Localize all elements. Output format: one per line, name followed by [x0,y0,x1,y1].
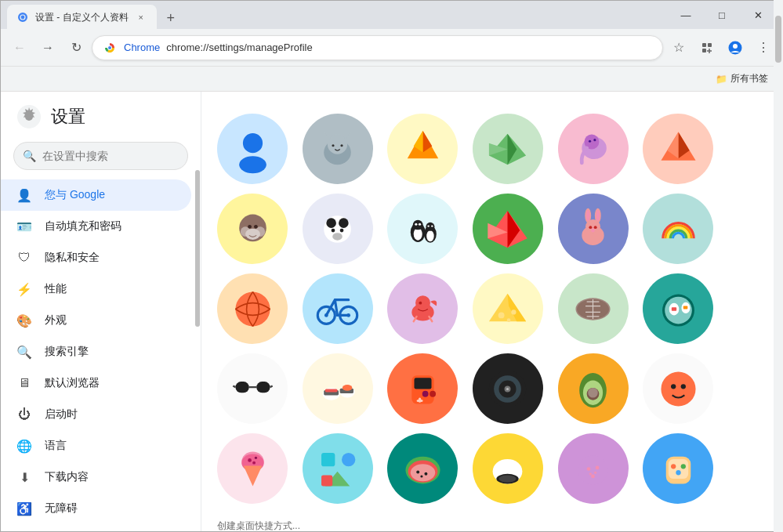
sidebar-item-performance[interactable]: ⚡ 性能 [1,273,191,305]
avatar-elephant[interactable] [558,114,629,184]
svg-point-97 [430,390,436,396]
sidebar-item-accessibility[interactable]: ♿ 无障碍 [1,493,191,524]
svg-point-52 [427,225,429,226]
avatar-origami-bird2[interactable] [473,194,543,264]
avatar-monkey[interactable] [217,194,288,264]
svg-point-65 [591,228,595,232]
avatar-face[interactable] [643,353,713,424]
sidebar-item-browser[interactable]: 🖥 默认浏览器 [1,367,191,399]
back-button[interactable]: ← [7,35,32,60]
avatar-vinyl[interactable] [473,353,543,424]
sidebar-item-appearance[interactable]: 🎨 外观 [1,305,191,336]
new-tab-button[interactable]: + [160,7,182,29]
avatar-bird[interactable] [387,273,458,344]
avatar-bike[interactable] [303,273,373,344]
toolbar: ← → ↻ Chrome chrome://settings/managePro… [1,29,782,67]
svg-point-17 [332,144,335,147]
sidebar-label-downloads: 下载内容 [45,470,89,484]
sidebar-scrollbar[interactable] [194,92,201,531]
svg-point-135 [589,472,592,475]
avatar-cat[interactable] [303,114,373,184]
avatar-riceball[interactable] [473,433,543,504]
sidebar-item-downloads[interactable]: ⬇ 下载内容 [1,461,191,493]
search-input[interactable] [13,142,188,170]
privacy-icon: 🛡 [16,250,32,266]
avatar-origami-animal[interactable] [643,114,713,184]
avatar-cheese[interactable] [473,273,543,344]
svg-point-119 [342,453,355,466]
avatar-icecream[interactable] [217,433,288,504]
svg-point-40 [339,218,349,228]
sidebar-label-startup: 启动时 [45,407,78,422]
avatar-watermelon[interactable] [387,433,458,504]
avatar-football[interactable] [558,273,629,344]
downloads-icon: ⬇ [16,469,32,485]
bookmarks-bar: 📁 所有书签 [1,67,782,92]
svg-point-28 [593,139,596,141]
avatar-shapes[interactable] [303,433,373,504]
avatar-panda[interactable] [303,194,373,264]
minimize-button[interactable]: — [668,2,704,27]
sidebar-label-browser: 默认浏览器 [45,376,100,390]
avatar-rabbit[interactable] [558,194,629,264]
svg-point-53 [431,225,433,226]
tab-close-button[interactable]: × [135,11,147,24]
svg-point-47 [415,223,417,225]
refresh-button[interactable]: ↻ [63,35,89,60]
sidebar-header: 设置 [1,92,201,142]
avatar-sunglasses[interactable] [217,353,288,424]
search-bar[interactable]: 🔍 [13,142,188,170]
avatar-rainbow[interactable] [643,194,713,264]
svg-point-36 [248,224,252,228]
svg-point-69 [324,313,328,317]
svg-point-130 [499,475,517,482]
svg-point-64 [594,226,597,229]
avatar-avocado[interactable] [558,353,629,424]
avatar-sushi-plate[interactable] [643,273,713,344]
avatar-gameboy[interactable] [387,353,458,424]
avatar-sushi[interactable] [303,353,373,424]
svg-point-131 [578,455,608,485]
avatar-penguins[interactable] [387,194,458,264]
search-icon: 🔍 [16,344,32,360]
maximize-button[interactable]: □ [704,2,740,27]
menu-button[interactable]: ⋮ [751,35,776,60]
bookmarks-folder[interactable]: 📁 所有书签 [711,70,773,89]
sidebar-label-appearance: 外观 [45,313,67,328]
sidebar-label-autofill: 自动填充和密码 [45,219,121,233]
address-bar[interactable]: Chrome chrome://settings/manageProfile [92,35,663,60]
close-button[interactable]: ✕ [740,2,776,27]
svg-point-73 [419,301,422,304]
browser-window: 设置 - 自定义个人资料 × + — □ ✕ ← → ↻ Chrome chr [0,0,783,532]
sidebar-item-privacy[interactable]: 🛡 隐私和安全 [1,242,191,273]
svg-point-13 [242,133,262,153]
footer-note: 创建桌面快捷方式... [217,519,767,531]
forward-button[interactable]: → [35,35,60,60]
avatar-person[interactable] [217,114,288,184]
avatar-origami-bird[interactable] [473,114,543,184]
scroll-track[interactable] [774,92,782,531]
sidebar-item-autofill[interactable]: 🪪 自动填充和密码 [1,211,191,242]
svg-point-37 [254,224,258,228]
sidebar-item-search[interactable]: 🔍 搜索引擎 [1,336,191,367]
avatar-basketball[interactable] [217,273,288,344]
svg-point-41 [332,228,335,232]
avatar-origami-fox[interactable] [387,114,458,184]
extensions-button[interactable] [694,35,720,60]
sidebar-item-system[interactable]: 🔧 系统 [1,524,191,531]
active-tab[interactable]: 设置 - 自定义个人资料 × [7,5,157,30]
svg-point-111 [671,384,676,389]
avatar-pizza[interactable] [558,433,629,504]
svg-point-110 [661,371,695,406]
svg-rect-121 [321,475,332,486]
profile-button[interactable] [723,35,748,60]
main-content: 设置 🔍 👤 您与 Google 🪪 自动填充和密码 🛡 隐私和安全 ⚡ 性能 … [1,92,782,531]
sidebar-item-startup[interactable]: ⏻ 启动时 [1,399,191,430]
sidebar-item-google[interactable]: 👤 您与 Google [1,179,191,211]
avatar-toast[interactable] [643,433,713,504]
svg-point-42 [340,228,344,232]
bookmark-button[interactable]: ☆ [666,35,691,60]
svg-rect-96 [414,378,431,389]
svg-point-77 [512,309,517,314]
sidebar-item-language[interactable]: 🌐 语言 [1,430,191,461]
